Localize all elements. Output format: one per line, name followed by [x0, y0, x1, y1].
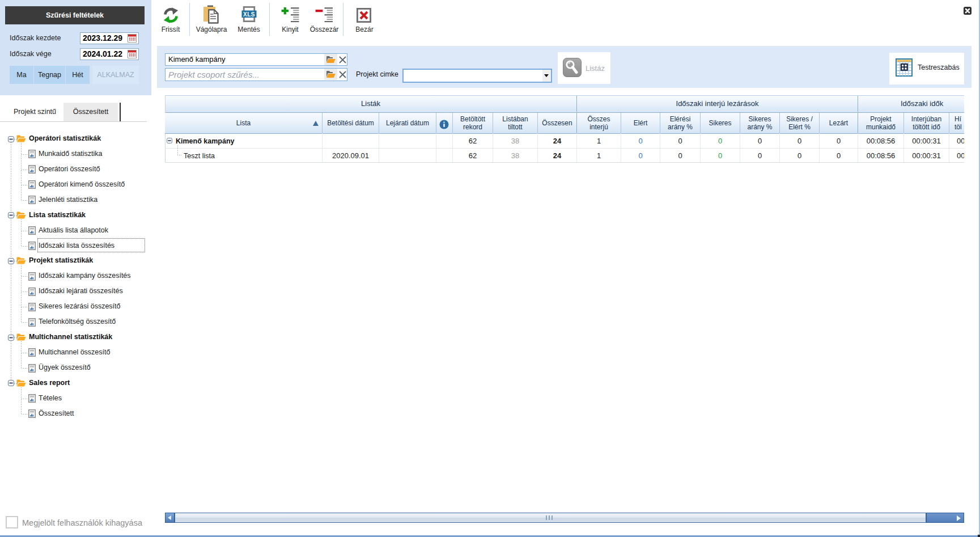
svg-text:XLS: XLS [243, 11, 255, 18]
